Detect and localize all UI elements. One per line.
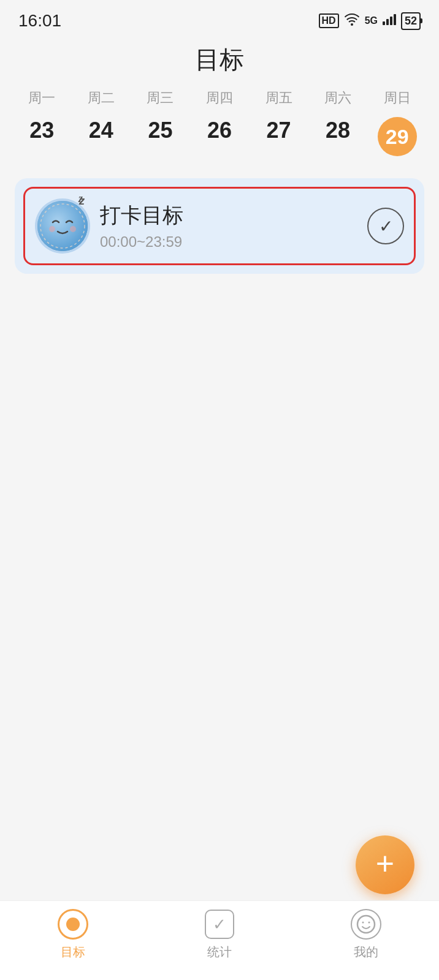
weekday-mon: 周一 — [17, 89, 66, 107]
signal-bars-icon — [383, 14, 396, 28]
svg-point-8 — [357, 916, 375, 933]
date-27[interactable]: 27 — [254, 117, 303, 156]
check-button[interactable]: ✓ — [367, 208, 404, 244]
bottom-nav: 目标 ✓ 统计 我的 — [0, 900, 439, 980]
goals-icon — [57, 908, 89, 940]
weekday-thu: 周四 — [195, 89, 244, 107]
signal-5g-icon: 5G — [365, 15, 378, 26]
date-26[interactable]: 26 — [195, 117, 244, 156]
stats-icon: ✓ — [204, 908, 235, 940]
stats-tab-label: 统计 — [207, 944, 232, 960]
sleeping-face-icon: z — [37, 201, 88, 251]
add-goal-fab[interactable]: + — [356, 835, 414, 894]
weekday-fri: 周五 — [254, 89, 303, 107]
plus-icon: + — [376, 848, 394, 880]
weekday-sun: 周日 — [373, 89, 422, 107]
date-29-today[interactable]: 29 — [373, 117, 422, 156]
nav-tab-mine[interactable]: 我的 — [335, 908, 397, 960]
svg-point-6 — [70, 226, 76, 232]
battery-icon: 52 — [401, 12, 421, 30]
nav-tab-stats[interactable]: ✓ 统计 — [189, 908, 250, 960]
date-28[interactable]: 28 — [313, 117, 362, 156]
goal-card[interactable]: z 打卡目标 00:00~23:59 ✓ — [23, 187, 416, 265]
date-24[interactable]: 24 — [77, 117, 126, 156]
nav-tab-goals[interactable]: 目标 — [42, 908, 104, 960]
mine-tab-label: 我的 — [354, 944, 378, 960]
hd-icon: HD — [319, 13, 339, 28]
main-content: z 打卡目标 00:00~23:59 ✓ — [0, 168, 439, 284]
date-25[interactable]: 25 — [136, 117, 185, 156]
weekday-wed: 周三 — [136, 89, 185, 107]
svg-point-5 — [49, 226, 55, 232]
goal-card-container: z 打卡目标 00:00~23:59 ✓ — [15, 178, 424, 274]
status-icons: HD 5G 52 — [319, 12, 421, 30]
status-bar: 16:01 HD 5G 52 — [0, 0, 439, 37]
weekday-sat: 周六 — [313, 89, 362, 107]
svg-rect-0 — [383, 21, 385, 25]
goal-name: 打卡目标 — [100, 202, 357, 230]
goal-info: 打卡目标 00:00~23:59 — [100, 202, 357, 251]
svg-rect-2 — [390, 17, 392, 25]
goal-time-range: 00:00~23:59 — [100, 233, 357, 251]
dates-row: 23 24 25 26 27 28 29 — [0, 107, 439, 168]
goal-avatar: z — [35, 198, 90, 254]
svg-point-9 — [362, 922, 364, 924]
checkmark-icon: ✓ — [379, 216, 393, 236]
weekday-tue: 周二 — [77, 89, 126, 107]
date-23[interactable]: 23 — [17, 117, 66, 156]
status-time: 16:01 — [18, 11, 61, 31]
svg-point-10 — [368, 922, 370, 924]
wifi-icon — [344, 13, 360, 29]
svg-rect-1 — [386, 19, 389, 25]
mine-icon — [350, 908, 382, 940]
week-header: 周一 周二 周三 周四 周五 周六 周日 — [0, 89, 439, 107]
goals-tab-label: 目标 — [61, 944, 85, 960]
svg-point-4 — [37, 201, 88, 251]
svg-rect-3 — [394, 14, 396, 25]
page-title: 目标 — [0, 37, 439, 89]
